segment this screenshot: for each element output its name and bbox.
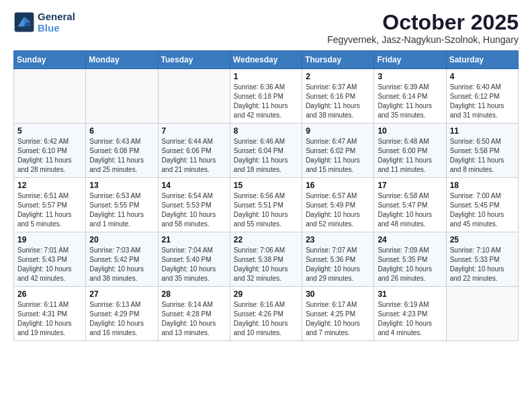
day-number: 14 [162,181,226,190]
day-info: Sunrise: 6:13 AM Sunset: 4:29 PM Dayligh… [89,300,154,338]
calendar-week-row: 1Sunrise: 6:36 AM Sunset: 6:18 PM Daylig… [14,69,519,124]
calendar-week-row: 5Sunrise: 6:42 AM Sunset: 6:10 PM Daylig… [14,124,519,178]
day-number: 23 [306,235,370,244]
day-info: Sunrise: 6:51 AM Sunset: 5:57 PM Dayligh… [17,191,82,229]
day-info: Sunrise: 6:39 AM Sunset: 6:14 PM Dayligh… [378,83,442,120]
day-number: 8 [234,126,298,136]
calendar-cell: 29Sunrise: 6:16 AM Sunset: 4:26 PM Dayli… [230,287,302,341]
day-number: 30 [306,289,370,299]
calendar-cell: 6Sunrise: 6:43 AM Sunset: 6:08 PM Daylig… [86,124,158,178]
calendar-cell: 13Sunrise: 6:53 AM Sunset: 5:55 PM Dayli… [86,178,158,232]
day-number: 3 [378,72,442,81]
calendar-cell: 23Sunrise: 7:07 AM Sunset: 5:36 PM Dayli… [302,232,374,287]
day-number: 28 [162,289,226,299]
day-info: Sunrise: 6:36 AM Sunset: 6:18 PM Dayligh… [234,83,298,120]
calendar-cell: 22Sunrise: 7:06 AM Sunset: 5:38 PM Dayli… [230,232,302,287]
calendar-subtitle: Fegyvernek, Jasz-Nagykun-Szolnok, Hungar… [327,34,519,45]
column-header-wednesday: Wednesday [230,51,302,69]
day-number: 17 [378,181,442,190]
day-number: 24 [378,235,442,244]
calendar-cell: 31Sunrise: 6:19 AM Sunset: 4:23 PM Dayli… [374,287,446,341]
day-info: Sunrise: 6:43 AM Sunset: 6:08 PM Dayligh… [89,137,154,175]
calendar-cell [158,69,230,124]
day-info: Sunrise: 6:58 AM Sunset: 5:47 PM Dayligh… [378,191,442,229]
day-info: Sunrise: 6:37 AM Sunset: 6:16 PM Dayligh… [306,83,370,120]
calendar-cell: 25Sunrise: 7:10 AM Sunset: 5:33 PM Dayli… [446,232,518,287]
day-number: 27 [89,289,154,299]
day-info: Sunrise: 6:54 AM Sunset: 5:53 PM Dayligh… [162,191,226,229]
day-info: Sunrise: 6:48 AM Sunset: 6:00 PM Dayligh… [378,137,442,175]
day-number: 18 [450,181,515,190]
day-info: Sunrise: 6:19 AM Sunset: 4:23 PM Dayligh… [378,300,442,338]
calendar-cell: 26Sunrise: 6:11 AM Sunset: 4:31 PM Dayli… [14,287,86,341]
day-info: Sunrise: 6:16 AM Sunset: 4:26 PM Dayligh… [234,300,298,338]
calendar-cell: 30Sunrise: 6:17 AM Sunset: 4:25 PM Dayli… [302,287,374,341]
day-number: 20 [89,235,154,244]
day-info: Sunrise: 6:57 AM Sunset: 5:49 PM Dayligh… [306,191,370,229]
calendar-cell: 3Sunrise: 6:39 AM Sunset: 6:14 PM Daylig… [374,69,446,124]
column-header-saturday: Saturday [446,51,518,69]
calendar-cell: 7Sunrise: 6:44 AM Sunset: 6:06 PM Daylig… [158,124,230,178]
calendar-table: SundayMondayTuesdayWednesdayThursdayFrid… [13,50,519,341]
day-info: Sunrise: 6:42 AM Sunset: 6:10 PM Dayligh… [17,137,82,175]
day-info: Sunrise: 7:07 AM Sunset: 5:36 PM Dayligh… [306,246,370,283]
day-info: Sunrise: 6:44 AM Sunset: 6:06 PM Dayligh… [162,137,226,175]
day-number: 25 [450,235,515,244]
day-info: Sunrise: 6:46 AM Sunset: 6:04 PM Dayligh… [234,137,298,175]
day-info: Sunrise: 7:00 AM Sunset: 5:45 PM Dayligh… [450,191,515,229]
calendar-cell: 15Sunrise: 6:56 AM Sunset: 5:51 PM Dayli… [230,178,302,232]
day-number: 15 [234,181,298,190]
column-header-thursday: Thursday [302,51,374,69]
day-number: 11 [450,126,515,136]
calendar-cell [86,69,158,124]
day-info: Sunrise: 7:01 AM Sunset: 5:43 PM Dayligh… [17,246,82,283]
calendar-week-row: 26Sunrise: 6:11 AM Sunset: 4:31 PM Dayli… [14,287,519,341]
day-number: 1 [234,72,298,81]
day-info: Sunrise: 6:17 AM Sunset: 4:25 PM Dayligh… [306,300,370,338]
logo: General Blue [13,11,75,34]
calendar-cell: 19Sunrise: 7:01 AM Sunset: 5:43 PM Dayli… [14,232,86,287]
day-number: 22 [234,235,298,244]
day-info: Sunrise: 6:11 AM Sunset: 4:31 PM Dayligh… [17,300,82,338]
calendar-cell: 12Sunrise: 6:51 AM Sunset: 5:57 PM Dayli… [14,178,86,232]
day-info: Sunrise: 7:03 AM Sunset: 5:42 PM Dayligh… [89,246,154,283]
calendar-title: October 2025 [327,11,519,34]
calendar-header-row: SundayMondayTuesdayWednesdayThursdayFrid… [14,51,519,69]
calendar-cell: 17Sunrise: 6:58 AM Sunset: 5:47 PM Dayli… [374,178,446,232]
calendar-cell [446,287,518,341]
day-info: Sunrise: 6:53 AM Sunset: 5:55 PM Dayligh… [89,191,154,229]
day-number: 7 [162,126,226,136]
day-info: Sunrise: 6:47 AM Sunset: 6:02 PM Dayligh… [306,137,370,175]
title-section: October 2025 Fegyvernek, Jasz-Nagykun-Sz… [327,11,519,45]
logo-icon [13,11,35,33]
day-number: 29 [234,289,298,299]
page-header: General Blue October 2025 Fegyvernek, Ja… [13,11,519,45]
calendar-cell: 20Sunrise: 7:03 AM Sunset: 5:42 PM Dayli… [86,232,158,287]
calendar-cell: 28Sunrise: 6:14 AM Sunset: 4:28 PM Dayli… [158,287,230,341]
calendar-cell: 24Sunrise: 7:09 AM Sunset: 5:35 PM Dayli… [374,232,446,287]
day-info: Sunrise: 7:09 AM Sunset: 5:35 PM Dayligh… [378,246,442,283]
calendar-cell: 18Sunrise: 7:00 AM Sunset: 5:45 PM Dayli… [446,178,518,232]
day-number: 4 [450,72,515,81]
day-number: 10 [378,126,442,136]
calendar-cell: 11Sunrise: 6:50 AM Sunset: 5:58 PM Dayli… [446,124,518,178]
day-info: Sunrise: 6:14 AM Sunset: 4:28 PM Dayligh… [162,300,226,338]
calendar-cell: 1Sunrise: 6:36 AM Sunset: 6:18 PM Daylig… [230,69,302,124]
column-header-monday: Monday [86,51,158,69]
column-header-friday: Friday [374,51,446,69]
day-number: 12 [17,181,82,190]
calendar-cell: 5Sunrise: 6:42 AM Sunset: 6:10 PM Daylig… [14,124,86,178]
calendar-cell: 4Sunrise: 6:40 AM Sunset: 6:12 PM Daylig… [446,69,518,124]
day-info: Sunrise: 6:50 AM Sunset: 5:58 PM Dayligh… [450,137,515,175]
calendar-cell: 14Sunrise: 6:54 AM Sunset: 5:53 PM Dayli… [158,178,230,232]
calendar-cell: 16Sunrise: 6:57 AM Sunset: 5:49 PM Dayli… [302,178,374,232]
calendar-cell: 9Sunrise: 6:47 AM Sunset: 6:02 PM Daylig… [302,124,374,178]
day-number: 2 [306,72,370,81]
day-info: Sunrise: 6:40 AM Sunset: 6:12 PM Dayligh… [450,83,515,120]
day-number: 16 [306,181,370,190]
day-number: 9 [306,126,370,136]
column-header-sunday: Sunday [14,51,86,69]
calendar-week-row: 19Sunrise: 7:01 AM Sunset: 5:43 PM Dayli… [14,232,519,287]
day-info: Sunrise: 6:56 AM Sunset: 5:51 PM Dayligh… [234,191,298,229]
day-number: 19 [17,235,82,244]
